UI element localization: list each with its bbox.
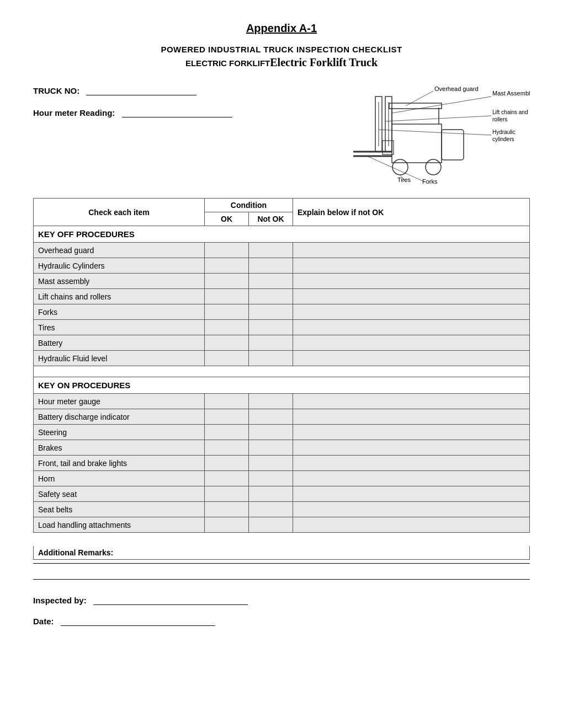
explain-cell[interactable] bbox=[293, 243, 530, 258]
hydraulic-label: Hydraulic bbox=[492, 129, 516, 135]
notok-cell[interactable] bbox=[249, 335, 293, 351]
explain-cell[interactable] bbox=[293, 486, 530, 502]
table-row: Steering bbox=[34, 425, 530, 440]
svg-line-19 bbox=[367, 156, 425, 182]
notok-cell[interactable] bbox=[249, 243, 293, 258]
ok-cell[interactable] bbox=[205, 409, 249, 425]
ok-cell[interactable] bbox=[205, 351, 249, 366]
lift-chains-label2: rollers bbox=[492, 116, 507, 122]
col-subheader-ok: OK bbox=[205, 212, 249, 226]
explain-cell[interactable] bbox=[293, 351, 530, 366]
ok-cell[interactable] bbox=[205, 471, 249, 486]
notok-cell[interactable] bbox=[249, 425, 293, 440]
table-row: Hydraulic Cylinders bbox=[34, 258, 530, 274]
item-label: Battery bbox=[34, 335, 205, 351]
ok-cell[interactable] bbox=[205, 440, 249, 456]
hour-meter-input[interactable] bbox=[122, 108, 232, 117]
explain-cell[interactable] bbox=[293, 289, 530, 304]
ok-cell[interactable] bbox=[205, 289, 249, 304]
notok-cell[interactable] bbox=[249, 258, 293, 274]
table-row: Hydraulic Fluid level bbox=[34, 351, 530, 366]
inspected-by-field: Inspected by: bbox=[33, 595, 530, 605]
truck-no-input[interactable] bbox=[86, 85, 196, 95]
remarks-line-1 bbox=[33, 563, 530, 564]
ok-cell[interactable] bbox=[205, 486, 249, 502]
explain-cell[interactable] bbox=[293, 258, 530, 274]
table-row: Brakes bbox=[34, 440, 530, 456]
section-header-1: KEY ON PROCEDURES bbox=[34, 377, 530, 394]
ok-cell[interactable] bbox=[205, 304, 249, 320]
remarks-line-2 bbox=[33, 579, 530, 580]
ok-cell[interactable] bbox=[205, 502, 249, 517]
forks-label: Forks bbox=[422, 178, 438, 185]
notok-cell[interactable] bbox=[249, 440, 293, 456]
explain-cell[interactable] bbox=[293, 409, 530, 425]
notok-cell[interactable] bbox=[249, 351, 293, 366]
col-subheader-notok: Not OK bbox=[249, 212, 293, 226]
explain-cell[interactable] bbox=[293, 502, 530, 517]
explain-cell[interactable] bbox=[293, 274, 530, 289]
hydraulic-label2: cylinders bbox=[492, 136, 514, 142]
notok-cell[interactable] bbox=[249, 394, 293, 409]
explain-cell[interactable] bbox=[293, 471, 530, 486]
col-header-item: Check each item bbox=[34, 199, 205, 226]
ok-cell[interactable] bbox=[205, 425, 249, 440]
table-header-row: Check each item Condition Explain below … bbox=[34, 199, 530, 212]
ok-cell[interactable] bbox=[205, 243, 249, 258]
svg-rect-0 bbox=[392, 124, 442, 163]
notok-cell[interactable] bbox=[249, 517, 293, 533]
ok-cell[interactable] bbox=[205, 517, 249, 533]
explain-cell[interactable] bbox=[293, 335, 530, 351]
notok-cell[interactable] bbox=[249, 289, 293, 304]
svg-rect-3 bbox=[442, 130, 464, 160]
explain-cell[interactable] bbox=[293, 456, 530, 471]
truck-no-field: TRUCK NO: bbox=[33, 85, 320, 95]
svg-line-15 bbox=[392, 97, 491, 113]
mast-assembly-label: Mast Assembly bbox=[492, 90, 530, 97]
ok-cell[interactable] bbox=[205, 335, 249, 351]
subtitle2: ELECTRIC FORKLIFTElectric Forklift Truck bbox=[33, 56, 530, 69]
date-field: Date: bbox=[33, 616, 530, 626]
explain-cell[interactable] bbox=[293, 425, 530, 440]
header-section: TRUCK NO: Hour meter Reading: bbox=[33, 80, 530, 185]
svg-line-14 bbox=[406, 91, 433, 106]
remarks-section bbox=[33, 563, 530, 580]
notok-cell[interactable] bbox=[249, 471, 293, 486]
notok-cell[interactable] bbox=[249, 320, 293, 335]
notok-cell[interactable] bbox=[249, 304, 293, 320]
table-row: Tires bbox=[34, 320, 530, 335]
date-label: Date: bbox=[33, 617, 54, 626]
ok-cell[interactable] bbox=[205, 456, 249, 471]
table-row: Battery bbox=[34, 335, 530, 351]
section-header-0: KEY OFF PROCEDURES bbox=[34, 226, 530, 243]
item-label: Seat belts bbox=[34, 502, 205, 517]
item-label: Brakes bbox=[34, 440, 205, 456]
notok-cell[interactable] bbox=[249, 502, 293, 517]
svg-line-16 bbox=[385, 116, 491, 121]
date-input[interactable] bbox=[61, 616, 215, 626]
ok-cell[interactable] bbox=[205, 274, 249, 289]
explain-cell[interactable] bbox=[293, 304, 530, 320]
explain-cell[interactable] bbox=[293, 394, 530, 409]
page-title: Appendix A-1 bbox=[33, 22, 530, 35]
notok-cell[interactable] bbox=[249, 274, 293, 289]
table-row: Mast assembly bbox=[34, 274, 530, 289]
explain-cell[interactable] bbox=[293, 320, 530, 335]
ok-cell[interactable] bbox=[205, 258, 249, 274]
item-label: Mast assembly bbox=[34, 274, 205, 289]
inspected-by-input[interactable] bbox=[93, 595, 248, 605]
ok-cell[interactable] bbox=[205, 394, 249, 409]
table-row: Horn bbox=[34, 471, 530, 486]
svg-line-17 bbox=[379, 130, 491, 135]
explain-cell[interactable] bbox=[293, 517, 530, 533]
notok-cell[interactable] bbox=[249, 456, 293, 471]
notok-cell[interactable] bbox=[249, 409, 293, 425]
notok-cell[interactable] bbox=[249, 486, 293, 502]
inspected-by-label: Inspected by: bbox=[33, 596, 87, 605]
explain-cell[interactable] bbox=[293, 440, 530, 456]
ok-cell[interactable] bbox=[205, 320, 249, 335]
svg-point-1 bbox=[392, 159, 408, 175]
item-label: Lift chains and rollers bbox=[34, 289, 205, 304]
overhead-guard-label: Overhead guard bbox=[434, 85, 479, 92]
table-row: Load handling attachments bbox=[34, 517, 530, 533]
